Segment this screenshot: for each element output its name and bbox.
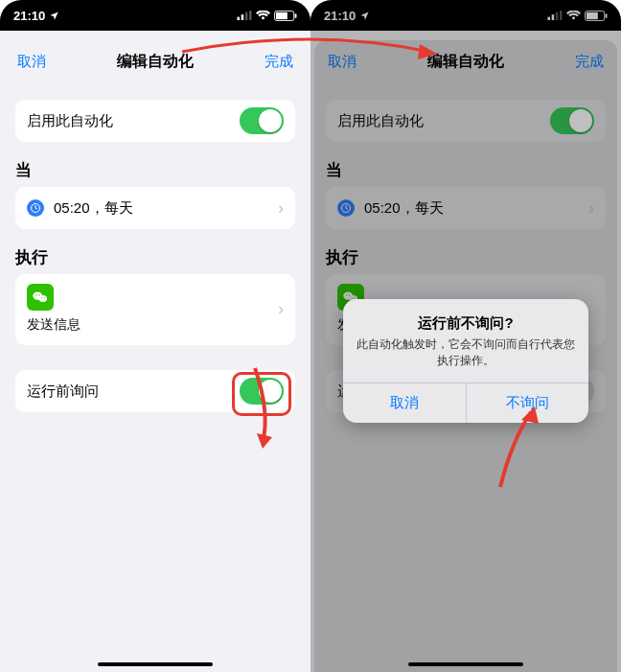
status-bar: 21:10 (310, 0, 621, 31)
when-time-label: 05:20，每天 (54, 199, 133, 218)
phone-left: 21:10 取消 编辑自动化 完成 (0, 0, 310, 672)
svg-rect-17 (560, 11, 563, 20)
enable-label: 启用此自动化 (27, 112, 113, 130)
svg-rect-15 (552, 14, 555, 20)
svg-point-10 (35, 294, 36, 295)
svg-rect-5 (276, 12, 288, 18)
do-header: 执行 (15, 246, 295, 268)
nav-bar: 取消 编辑自动化 完成 (314, 40, 617, 82)
svg-rect-20 (606, 13, 608, 18)
when-row[interactable]: 05:20，每天 › (326, 187, 606, 229)
ask-group: 运行前询问 (15, 370, 295, 412)
chevron-right-icon: › (588, 198, 594, 219)
chevron-right-icon: › (278, 198, 284, 219)
ask-toggle[interactable] (240, 378, 284, 405)
alert-dialog: 运行前不询问? 此自动化触发时，它会不询问而自行代表您执行操作。 取消 不询问 (343, 299, 588, 423)
svg-rect-1 (242, 14, 244, 20)
done-button[interactable]: 完成 (264, 53, 293, 71)
clock-icon (337, 199, 355, 217)
svg-point-24 (346, 294, 347, 295)
battery-icon (585, 11, 608, 21)
when-time-label: 05:20，每天 (364, 199, 444, 218)
when-group: 05:20，每天 › (15, 187, 295, 229)
svg-point-25 (349, 294, 350, 295)
svg-point-9 (39, 295, 47, 302)
when-group: 05:20，每天 › (326, 187, 606, 229)
svg-rect-2 (245, 12, 248, 20)
home-indicator (98, 662, 213, 666)
ask-row[interactable]: 运行前询问 (15, 370, 295, 412)
enable-toggle[interactable] (550, 107, 594, 134)
svg-rect-14 (548, 17, 551, 20)
enable-label: 启用此自动化 (337, 112, 424, 130)
location-icon (359, 11, 370, 21)
svg-rect-16 (556, 12, 559, 20)
phone-right: 21:10 取消 编辑自动化 完成 (310, 0, 621, 672)
status-bar: 21:10 (0, 0, 310, 31)
action-label: 发送信息 (27, 316, 80, 334)
enable-row[interactable]: 启用此自动化 (15, 100, 295, 142)
nav-title: 编辑自动化 (427, 52, 504, 72)
wechat-icon (27, 284, 54, 311)
nav-title: 编辑自动化 (117, 52, 194, 72)
svg-point-26 (352, 297, 353, 298)
svg-rect-3 (249, 11, 252, 20)
svg-rect-6 (295, 13, 297, 18)
wifi-icon (566, 11, 581, 21)
enable-toggle[interactable] (240, 107, 284, 134)
location-icon (49, 11, 59, 21)
alert-message: 此自动化触发时，它会不询问而自行代表您执行操作。 (356, 336, 575, 369)
sheet: 取消 编辑自动化 完成 启用此自动化 当 05:20，每天 (4, 40, 307, 672)
svg-point-12 (41, 297, 42, 298)
when-header: 当 (326, 159, 606, 181)
battery-icon (274, 11, 297, 21)
enable-group: 启用此自动化 (326, 100, 606, 142)
wifi-icon (256, 11, 270, 21)
cancel-button[interactable]: 取消 (328, 53, 356, 71)
chevron-right-icon: › (278, 299, 284, 319)
home-indicator (408, 662, 523, 666)
alert-confirm-button[interactable]: 不询问 (467, 383, 589, 423)
ask-label: 运行前询问 (27, 382, 99, 401)
when-header: 当 (15, 159, 295, 181)
svg-point-13 (44, 297, 45, 298)
svg-point-11 (38, 294, 39, 295)
signal-icon (237, 11, 252, 20)
when-row[interactable]: 05:20，每天 › (15, 187, 295, 229)
alert-title: 运行前不询问? (356, 314, 575, 333)
enable-row[interactable]: 启用此自动化 (326, 100, 606, 142)
svg-rect-0 (238, 17, 241, 20)
do-group[interactable]: 发送信息 › (15, 274, 295, 345)
done-button[interactable]: 完成 (575, 53, 604, 71)
clock-icon (27, 199, 44, 217)
nav-bar: 取消 编辑自动化 完成 (4, 40, 307, 82)
status-time: 21:10 (13, 9, 45, 23)
signal-icon (547, 11, 563, 20)
status-time: 21:10 (324, 9, 356, 23)
enable-group: 启用此自动化 (15, 100, 295, 142)
svg-rect-19 (586, 12, 598, 18)
alert-cancel-button[interactable]: 取消 (343, 383, 467, 423)
cancel-button[interactable]: 取消 (17, 53, 46, 71)
do-header: 执行 (326, 246, 606, 268)
